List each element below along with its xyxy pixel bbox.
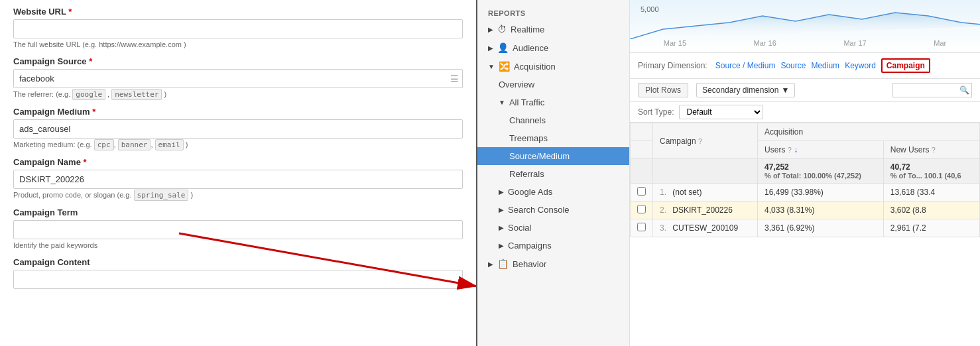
arrows-icon: 🔀 bbox=[499, 61, 510, 72]
th-campaign: Campaign ? bbox=[653, 123, 758, 159]
sidebar-item-referrals[interactable]: Referrals bbox=[477, 165, 629, 183]
sidebar-item-audience[interactable]: ▶ 👤 Audience bbox=[477, 38, 629, 57]
sidebar-item-label: Campaigns bbox=[508, 241, 552, 251]
row-checkbox[interactable] bbox=[637, 205, 646, 213]
campaign-content-input-wrapper bbox=[13, 270, 463, 289]
dim-source-medium[interactable]: Source / Medium bbox=[715, 61, 776, 70]
campaign-source-label: Campaign Source * bbox=[13, 56, 463, 66]
sidebar-item-label: Realtime bbox=[511, 25, 544, 34]
users-help-icon[interactable]: ? bbox=[788, 146, 792, 154]
search-icon[interactable]: 🔍 bbox=[959, 86, 969, 95]
td-totals-new-users: 40,72 % of To... 100.1 (40,6 bbox=[883, 159, 979, 184]
sort-type-select[interactable]: Default Absolute ChangeSmart bbox=[679, 105, 763, 119]
campaign-name-label: Campaign Name * bbox=[13, 157, 463, 167]
th-checkbox bbox=[631, 123, 653, 141]
sidebar-item-treemaps[interactable]: Treemaps bbox=[477, 129, 629, 147]
website-url-group: Website URL * The full website URL (e.g.… bbox=[13, 7, 463, 48]
campaign-medium-hint: Marketing medium: (e.g. cpc, banner, ema… bbox=[13, 141, 463, 149]
sidebar-item-label: Overview bbox=[499, 80, 534, 89]
sidebar-item-label: Channels bbox=[509, 115, 546, 125]
campaign-link[interactable]: CUTESW_200109 bbox=[672, 223, 738, 233]
expand-icon: ▶ bbox=[488, 44, 493, 52]
chart-x-label-4: Mar bbox=[934, 39, 946, 47]
dim-source[interactable]: Source bbox=[780, 61, 806, 70]
behavior-icon: 📋 bbox=[497, 259, 509, 269]
chart-x-label-1: Mar 15 bbox=[664, 39, 686, 47]
left-panel: Website URL * The full website URL (e.g.… bbox=[0, 0, 477, 346]
chart-svg bbox=[630, 3, 980, 39]
sidebar-section-label: REPORTS bbox=[477, 5, 629, 20]
person-icon: 👤 bbox=[497, 42, 509, 53]
sidebar-item-campaigns[interactable]: ▶ Campaigns bbox=[477, 237, 629, 255]
website-url-input[interactable] bbox=[13, 19, 463, 38]
secondary-dimension-button[interactable]: Secondary dimension ▼ bbox=[696, 83, 795, 97]
td-campaign-name: 2. DSKIRT_200226 bbox=[653, 202, 758, 219]
campaign-content-input[interactable] bbox=[13, 270, 463, 289]
table-row: 2. DSKIRT_200226 4,033 (8.31%) 3,602 (8.… bbox=[631, 202, 980, 219]
sidebar-item-label: Behavior bbox=[513, 259, 546, 269]
sidebar-item-source-medium[interactable]: Source/Medium bbox=[477, 147, 629, 165]
expand-icon: ▶ bbox=[499, 242, 504, 249]
dim-keyword[interactable]: Keyword bbox=[845, 61, 876, 70]
table-row: 3. CUTESW_200109 3,361 (6.92%) 2,961 (7.… bbox=[631, 219, 980, 237]
expand-icon: ▶ bbox=[499, 188, 504, 196]
table-totals-row: 47,252 % of Total: 100.00% (47,252) 40,7… bbox=[631, 159, 980, 184]
secondary-dim-wrapper: Secondary dimension ▼ bbox=[696, 83, 795, 97]
expand-icon: ▼ bbox=[488, 63, 495, 70]
td-totals-users: 47,252 % of Total: 100.00% (47,252) bbox=[758, 159, 884, 184]
sidebar-item-label: Social bbox=[508, 223, 531, 233]
sidebar-item-label: Audience bbox=[513, 43, 548, 53]
chart-x-label-3: Mar 17 bbox=[843, 39, 866, 47]
campaign-medium-label: Campaign Medium * bbox=[13, 107, 463, 117]
campaign-name-input[interactable] bbox=[13, 170, 463, 189]
campaign-help-icon[interactable]: ? bbox=[698, 137, 702, 145]
search-wrapper: 🔍 bbox=[892, 83, 972, 97]
campaign-name-input-wrapper bbox=[13, 170, 463, 189]
campaign-source-input-wrapper: ☰ bbox=[13, 69, 463, 88]
sidebar-item-google-ads[interactable]: ▶ Google Ads bbox=[477, 183, 629, 201]
campaign-term-input[interactable] bbox=[13, 220, 463, 239]
sidebar-item-search-console[interactable]: ▶ Search Console bbox=[477, 201, 629, 219]
expand-icon: ▶ bbox=[499, 224, 504, 231]
sidebar-item-channels[interactable]: Channels bbox=[477, 111, 629, 129]
campaign-medium-group: Campaign Medium * Marketing medium: (e.g… bbox=[13, 107, 463, 149]
right-panel: REPORTS ▶ ⏱ Realtime ▶ 👤 Audience ▼ 🔀 Ac… bbox=[477, 0, 980, 346]
td-campaign-name: 1. (not set) bbox=[653, 184, 758, 202]
row-checkbox[interactable] bbox=[637, 187, 646, 196]
td-users: 4,033 (8.31%) bbox=[758, 202, 884, 219]
campaign-term-group: Campaign Term Identify the paid keywords bbox=[13, 207, 463, 249]
sidebar-item-social[interactable]: ▶ Social bbox=[477, 219, 629, 237]
sidebar-item-acquisition[interactable]: ▼ 🔀 Acquisition bbox=[477, 57, 629, 76]
campaign-medium-input[interactable] bbox=[13, 119, 463, 139]
sidebar-item-all-traffic[interactable]: ▼ All Traffic bbox=[477, 93, 629, 111]
td-checkbox bbox=[631, 202, 653, 219]
sidebar-item-label: Source/Medium bbox=[509, 151, 570, 161]
campaign-source-group: Campaign Source * ☰ The referrer: (e.g. … bbox=[13, 56, 463, 99]
chart-area: 5,000 Mar 15 Mar 16 Mar 17 Mar bbox=[630, 0, 980, 53]
plot-rows-button[interactable]: Plot Rows bbox=[638, 83, 688, 97]
new-users-help-icon[interactable]: ? bbox=[932, 146, 936, 154]
data-table: Campaign ? Acquisition Users ? ↓ bbox=[630, 123, 980, 237]
expand-icon: ▶ bbox=[499, 206, 504, 213]
dim-campaign[interactable]: Campaign bbox=[881, 58, 930, 73]
dim-medium[interactable]: Medium bbox=[811, 61, 839, 70]
td-checkbox bbox=[631, 184, 653, 202]
row-checkbox[interactable] bbox=[637, 223, 646, 231]
campaign-link[interactable]: (not set) bbox=[672, 188, 702, 197]
campaign-name-group: Campaign Name * Product, promo code, or … bbox=[13, 157, 463, 200]
website-url-hint: The full website URL (e.g. https://www.e… bbox=[13, 40, 463, 48]
sidebar-item-label: Acquisition bbox=[514, 62, 556, 72]
sidebar-item-label: All Traffic bbox=[509, 97, 544, 107]
sidebar-item-overview[interactable]: Overview bbox=[477, 76, 629, 93]
campaign-medium-input-wrapper bbox=[13, 119, 463, 139]
sort-desc-icon[interactable]: ↓ bbox=[794, 145, 798, 154]
sidebar-item-realtime[interactable]: ▶ ⏱ Realtime bbox=[477, 20, 629, 38]
campaign-source-input[interactable] bbox=[13, 69, 463, 88]
campaign-link[interactable]: DSKIRT_200226 bbox=[672, 205, 733, 215]
sidebar-item-behavior[interactable]: ▶ 📋 Behavior bbox=[477, 255, 629, 273]
chart-x-labels: Mar 15 Mar 16 Mar 17 Mar bbox=[630, 39, 980, 47]
sort-type-label: Sort Type: bbox=[638, 107, 674, 117]
expand-icon: ▼ bbox=[499, 99, 505, 106]
main-content: 5,000 Mar 15 Mar 16 Mar 17 Mar Prima bbox=[630, 0, 980, 346]
campaign-source-icon[interactable]: ☰ bbox=[450, 74, 459, 84]
